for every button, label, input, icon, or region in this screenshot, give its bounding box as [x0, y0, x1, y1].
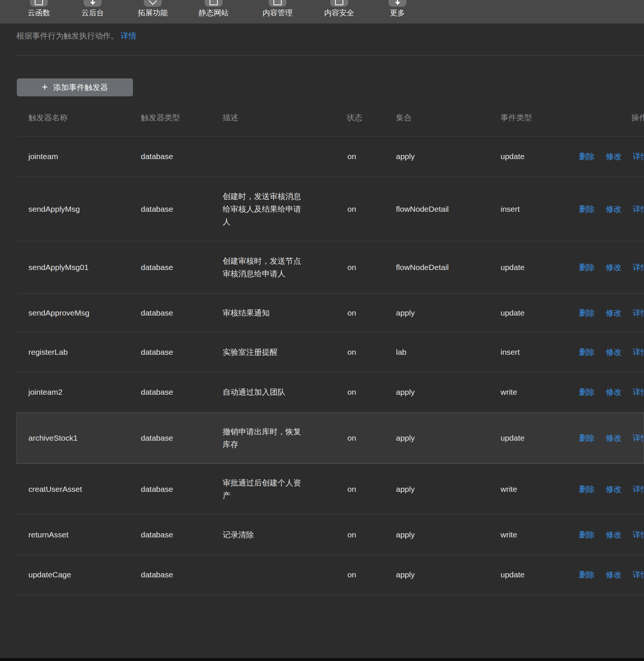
modify-link[interactable]: 修改 [606, 433, 622, 443]
modify-link[interactable]: 修改 [606, 262, 622, 273]
status-cell: on [347, 348, 356, 357]
detail-link[interactable]: 详情 [633, 204, 644, 214]
detail-link[interactable]: 详情 [633, 262, 644, 273]
delete-link[interactable]: 删除 [579, 262, 595, 273]
trigger-type-cell: database [141, 348, 173, 357]
nav-item-label: 内容管理 [251, 8, 304, 18]
table-row: registerLabdatabase实验室注册提醒onlabinsert删除修… [16, 332, 644, 372]
section-divider [16, 55, 644, 56]
more-icon-glyph [397, 0, 398, 2]
add-trigger-button-label: 添加事件触发器 [53, 82, 108, 93]
status-cell: on [347, 485, 356, 494]
status-cell: on [347, 205, 356, 214]
details-link[interactable]: 详情 [121, 31, 136, 40]
status-cell: on [347, 152, 356, 161]
status-cell: on [347, 434, 356, 443]
trigger-type-cell: database [141, 388, 173, 397]
detail-link[interactable]: 详情 [633, 151, 644, 162]
modify-link[interactable]: 修改 [606, 570, 622, 580]
detail-link[interactable]: 详情 [633, 433, 644, 443]
nav-item-label: 更多 [371, 8, 424, 18]
cloud-function-icon-glyph [35, 0, 43, 5]
event-type-cell: update [501, 308, 524, 317]
event-type-cell: insert [501, 348, 520, 357]
detail-link[interactable]: 详情 [633, 570, 644, 580]
delete-link[interactable]: 删除 [579, 347, 595, 357]
row-actions: 删除修改详情 [579, 570, 644, 580]
trigger-type-cell: database [141, 152, 173, 161]
modify-link[interactable]: 修改 [606, 347, 622, 357]
trigger-name-cell: jointeam2 [28, 388, 62, 397]
nav-item-7[interactable]: 更多 [371, 0, 424, 24]
collection-cell: apply [396, 530, 415, 539]
nav-item-1[interactable]: 云函数 [13, 0, 65, 24]
trigger-name-cell: sendApplyMsg01 [28, 263, 89, 272]
trigger-name-cell: sendApplyMsg [28, 205, 80, 214]
collection-cell: apply [396, 570, 415, 579]
content-security-icon [330, 0, 348, 7]
nav-item-3[interactable]: 拓展功能 [127, 0, 179, 24]
nav-item-label: 静态网站 [188, 8, 240, 18]
status-cell: on [347, 570, 356, 579]
table-row: returnAssetdatabase记录清除onapplywrite删除修改详… [16, 514, 644, 555]
detail-link[interactable]: 详情 [633, 484, 644, 494]
modify-link[interactable]: 修改 [606, 204, 622, 214]
event-type-cell: update [501, 434, 524, 443]
description-cell: 审批通过后创建个人资产 [223, 477, 305, 502]
modify-link[interactable]: 修改 [606, 530, 622, 540]
content-security-icon-glyph [335, 0, 343, 5]
cloud-backend-icon [84, 0, 102, 7]
modify-link[interactable]: 修改 [606, 151, 622, 162]
collection-cell: apply [396, 388, 415, 397]
nav-item-2[interactable]: 云后台 [66, 0, 119, 24]
column-header-6: 事件类型 [501, 112, 532, 123]
description-cell: 自动通过加入团队 [223, 386, 305, 398]
description-cell: 记录清除 [223, 528, 305, 541]
row-actions: 删除修改详情 [579, 387, 644, 397]
table-row: creatUserAssetdatabase审批通过后创建个人资产onapply… [16, 463, 644, 514]
column-header-1: 触发器名称 [28, 112, 68, 123]
event-type-cell: write [501, 530, 517, 539]
delete-link[interactable]: 删除 [579, 151, 595, 162]
delete-link[interactable]: 删除 [579, 387, 595, 397]
trigger-name-cell: returnAsset [28, 530, 68, 539]
collection-cell: apply [396, 152, 415, 161]
row-actions: 删除修改详情 [579, 347, 644, 357]
delete-link[interactable]: 删除 [579, 204, 595, 214]
top-navigation-bar: 云函数云后台拓展功能静态网站内容管理内容安全更多 [0, 0, 644, 24]
modify-link[interactable]: 修改 [606, 387, 622, 397]
table-row: archiveStock1database撤销申请出库时，恢复库存onapply… [16, 412, 644, 463]
table-row: sendApplyMsgdatabase创建时，发送审核消息给审核人及结果给申请… [16, 177, 644, 241]
modify-link[interactable]: 修改 [606, 308, 622, 318]
table-row: sendApplyMsg01database创建审核时，发送节点审核消息给申请人… [16, 241, 644, 293]
detail-link[interactable]: 详情 [633, 347, 644, 357]
delete-link[interactable]: 删除 [579, 308, 595, 318]
detail-link[interactable]: 详情 [633, 387, 644, 397]
nav-item-label: 内容安全 [313, 8, 365, 18]
delete-link[interactable]: 删除 [579, 484, 595, 494]
nav-item-5[interactable]: 内容管理 [251, 0, 304, 24]
add-trigger-button[interactable]: + 添加事件触发器 [17, 78, 133, 96]
collection-cell: flowNodeDetail [396, 205, 449, 214]
modify-link[interactable]: 修改 [606, 484, 622, 494]
delete-link[interactable]: 删除 [579, 530, 595, 540]
delete-link[interactable]: 删除 [579, 570, 595, 580]
description-cell: 创建时，发送审核消息给审核人及结果给申请人 [223, 190, 305, 228]
cloud-backend-icon-glyph [92, 0, 93, 2]
nav-item-4[interactable]: 静态网站 [188, 0, 240, 24]
static-website-icon [205, 0, 223, 7]
event-type-cell: update [501, 152, 524, 161]
status-cell: on [347, 388, 356, 397]
static-website-icon-glyph [210, 0, 218, 5]
column-header-5: 集合 [396, 112, 412, 123]
nav-item-label: 拓展功能 [127, 8, 179, 18]
delete-link[interactable]: 删除 [579, 433, 595, 443]
extensions-icon [144, 0, 162, 7]
detail-link[interactable]: 详情 [633, 308, 644, 318]
nav-item-6[interactable]: 内容安全 [313, 0, 365, 24]
trigger-type-cell: database [141, 263, 173, 272]
detail-link[interactable]: 详情 [633, 530, 644, 540]
trigger-name-cell: sendApproveMsg [28, 308, 89, 317]
row-actions: 删除修改详情 [579, 530, 644, 540]
row-actions: 删除修改详情 [579, 151, 644, 162]
